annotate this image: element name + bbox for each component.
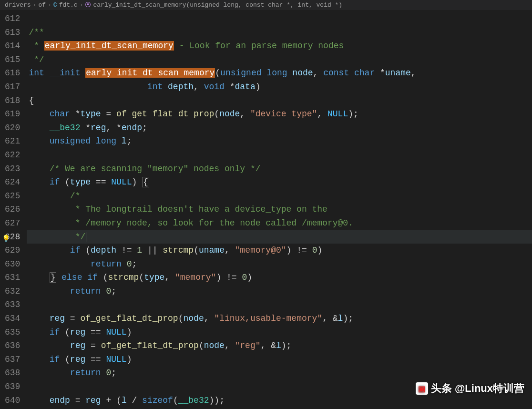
line-number[interactable]: 635: [5, 326, 20, 339]
code-line[interactable]: char *type = of_get_flat_dt_prop(node, "…: [27, 107, 532, 121]
code-line[interactable]: [27, 12, 532, 26]
code-line[interactable]: int __init early_init_dt_scan_memory(uns…: [27, 66, 532, 80]
code-line[interactable]: [27, 298, 532, 312]
watermark-text1: 头条: [431, 381, 452, 396]
code-line[interactable]: if (reg == NULL): [27, 353, 532, 367]
line-number[interactable]: 624: [5, 175, 20, 189]
line-number[interactable]: 640: [5, 394, 20, 408]
breadcrumb-folder[interactable]: drivers: [5, 1, 31, 9]
code-line[interactable]: if (depth != 1 || strcmp(uname, "memory@…: [27, 244, 532, 257]
code-area[interactable]: /** * early_init_dt_scan_memory - Look f…: [27, 10, 532, 408]
line-number[interactable]: 638: [5, 366, 20, 380]
line-number[interactable]: 637: [5, 353, 20, 367]
line-number[interactable]: 616: [5, 66, 20, 80]
function-icon: ⦿: [85, 1, 91, 9]
line-number[interactable]: 632: [5, 285, 20, 298]
breadcrumb-file[interactable]: fdt.c: [59, 1, 78, 9]
code-line[interactable]: /**: [27, 26, 532, 40]
line-number[interactable]: 625: [5, 189, 20, 203]
line-number[interactable]: 618: [5, 94, 20, 108]
line-number[interactable]: 627: [5, 216, 20, 230]
code-line[interactable]: int depth, void *data): [27, 80, 532, 94]
code-line[interactable]: } else if (strcmp(type, "memory") != 0): [27, 271, 532, 285]
line-number[interactable]: 612: [5, 12, 20, 26]
line-number[interactable]: 639: [5, 380, 20, 394]
line-number[interactable]: 619: [5, 107, 20, 121]
code-line[interactable]: * /memory node, so look for the node cal…: [27, 216, 532, 230]
breadcrumb-separator: ›: [80, 1, 83, 9]
breadcrumb-separator: ›: [33, 1, 37, 9]
line-number-gutter[interactable]: 6126136146156166176186196206216226236246…: [0, 10, 27, 408]
code-line[interactable]: return 0;: [27, 257, 532, 271]
code-line[interactable]: /*: [27, 189, 532, 203]
breadcrumb-separator: ›: [48, 1, 51, 9]
code-line[interactable]: unsigned long l;: [27, 134, 532, 148]
code-line[interactable]: */: [27, 230, 532, 244]
line-number[interactable]: 631: [5, 271, 20, 285]
code-line[interactable]: return 0;: [27, 285, 532, 298]
code-line[interactable]: return 0;: [27, 366, 532, 380]
line-number[interactable]: 613: [5, 26, 20, 40]
line-number[interactable]: 614: [5, 39, 20, 53]
c-file-icon: C: [53, 1, 57, 9]
breadcrumb[interactable]: drivers › of › C fdt.c › ⦿ early_init_dt…: [0, 0, 532, 10]
code-line[interactable]: * early_init_dt_scan_memory - Look for a…: [27, 39, 532, 53]
code-line[interactable]: if (reg == NULL): [27, 326, 532, 339]
line-number[interactable]: 626: [5, 203, 20, 216]
line-number[interactable]: 621: [5, 134, 20, 148]
code-line[interactable]: * The longtrail doesn't have a device_ty…: [27, 203, 532, 216]
line-number[interactable]: 620: [5, 121, 20, 135]
line-number[interactable]: 629: [5, 244, 20, 257]
line-number[interactable]: 623: [5, 162, 20, 176]
line-number[interactable]: 636: [5, 339, 20, 353]
code-line[interactable]: {: [27, 94, 532, 108]
code-line[interactable]: /* We are scanning "memory" nodes only *…: [27, 162, 532, 176]
code-line[interactable]: __be32 *reg, *endp;: [27, 121, 532, 135]
watermark: ▣ 头条 @Linux特训营: [416, 381, 524, 396]
breadcrumb-function[interactable]: early_init_dt_scan_memory(unsigned long,…: [93, 1, 342, 9]
line-number[interactable]: 634: [5, 312, 20, 326]
line-number[interactable]: 622: [5, 148, 20, 162]
code-line[interactable]: [27, 148, 532, 162]
line-number[interactable]: 628💡: [5, 230, 20, 244]
code-line[interactable]: reg = of_get_flat_dt_prop(node, "linux,u…: [27, 312, 532, 326]
code-line[interactable]: reg = of_get_flat_dt_prop(node, "reg", &…: [27, 339, 532, 353]
code-line[interactable]: if (type == NULL) {: [27, 175, 532, 189]
line-number[interactable]: 633: [5, 298, 20, 312]
line-number[interactable]: 630: [5, 257, 20, 271]
code-line[interactable]: */: [27, 53, 532, 67]
code-editor[interactable]: 6126136146156166176186196206216226236246…: [0, 10, 532, 408]
breadcrumb-folder[interactable]: of: [38, 1, 46, 9]
toutiao-logo-icon: ▣: [416, 382, 428, 395]
watermark-text2: @Linux特训营: [455, 381, 524, 396]
line-number[interactable]: 617: [5, 80, 20, 94]
line-number[interactable]: 615: [5, 53, 20, 67]
